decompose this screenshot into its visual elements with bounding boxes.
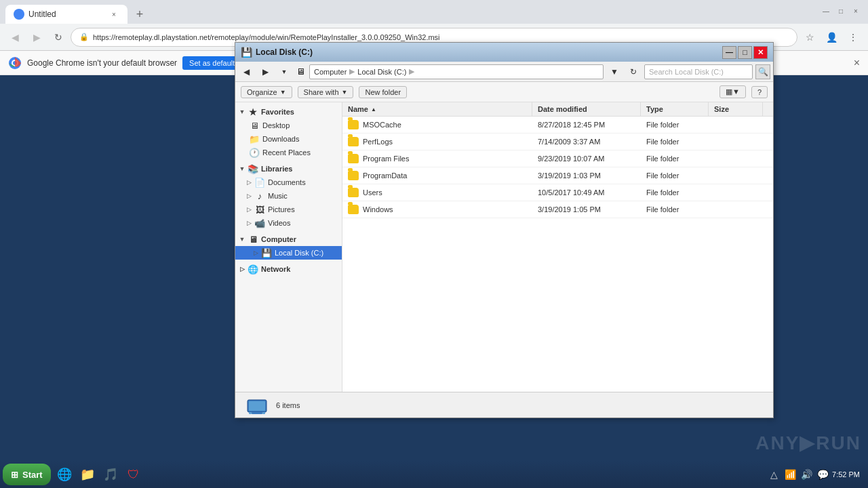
tab-close-button[interactable]: ×	[108, 9, 119, 20]
taskbar-tray: △ 📶 🔊 💬 7:52 PM	[767, 468, 865, 481]
table-row[interactable]: Program Files 9/23/2019 10:07 AM File fo…	[342, 150, 773, 167]
set-default-button[interactable]: Set as default	[182, 56, 241, 70]
start-icon: ⊞	[11, 470, 18, 480]
search-placeholder: Search Local Disk (C:)	[649, 68, 724, 76]
column-header-date[interactable]: Date modified	[532, 102, 641, 116]
table-row[interactable]: MSOCache 8/27/2018 12:45 PM File folder	[342, 117, 773, 134]
column-header-type[interactable]: Type	[641, 102, 709, 116]
new-folder-button[interactable]: New folder	[359, 86, 407, 98]
notification-close-button[interactable]: ×	[854, 57, 860, 69]
table-row[interactable]: PerfLogs 7/14/2009 3:37 AM File folder	[342, 134, 773, 150]
explorer-window-controls: — □ ✕	[722, 46, 768, 59]
col-size-label: Size	[714, 105, 729, 113]
views-button[interactable]: ▦▼	[719, 85, 746, 98]
refresh-button[interactable]: ↻	[49, 28, 68, 47]
forward-button[interactable]: ▶	[27, 28, 46, 47]
table-row[interactable]: Windows 3/19/2019 1:05 PM File folder	[342, 201, 773, 218]
file-type: File folder	[641, 202, 709, 217]
favorites-expand-icon: ▼	[238, 108, 246, 116]
folder-icon	[348, 188, 359, 197]
sidebar-item-local-disk[interactable]: ▷ 💾 Local Disk (C:)	[235, 246, 342, 260]
explorer-minimize-button[interactable]: —	[722, 46, 736, 59]
explorer-close-button[interactable]: ✕	[753, 46, 768, 59]
profile-button[interactable]: 👤	[822, 28, 841, 47]
sidebar-item-recent-places[interactable]: 🕐 Recent Places	[235, 146, 342, 159]
explorer-forward-button[interactable]: ▶	[257, 64, 273, 80]
back-button[interactable]: ◀	[5, 28, 24, 47]
tray-network-icon[interactable]: 📶	[783, 468, 797, 481]
chrome-close-button[interactable]: ×	[849, 4, 863, 18]
explorer-back-button[interactable]: ◀	[238, 64, 254, 80]
explorer-taskbar-icon[interactable]: 📁	[77, 464, 98, 485]
address-dropdown-button[interactable]: ▼	[606, 64, 623, 80]
file-name: Program Files	[363, 155, 409, 163]
favorites-label: Favorites	[261, 108, 294, 116]
start-button[interactable]: ⊞ Start	[3, 464, 51, 485]
sidebar-item-documents[interactable]: ▷ 📄 Documents	[235, 176, 342, 189]
music-label: Music	[268, 192, 288, 200]
file-date: 3/19/2019 1:03 PM	[532, 168, 641, 183]
folder-icon	[348, 120, 359, 129]
favorites-header[interactable]: ▼ ★ Favorites	[235, 105, 342, 119]
media-taskbar-icon[interactable]: 🎵	[100, 464, 121, 485]
folder-icon	[348, 205, 359, 214]
network-header[interactable]: ▷ 🌐 Network	[235, 262, 342, 276]
file-date: 8/27/2018 12:45 PM	[532, 117, 641, 132]
column-header-size[interactable]: Size	[709, 102, 763, 116]
breadcrumb-local-disk[interactable]: Local Disk (C:)	[357, 68, 406, 76]
bookmark-button[interactable]: ☆	[800, 28, 819, 47]
sidebar-item-desktop[interactable]: 🖥 Desktop	[235, 119, 342, 132]
file-list-header: Name ▲ Date modified Type Size	[342, 102, 773, 117]
main-content: Name ▲ Date modified Type Size MSOCache	[342, 102, 773, 392]
search-button[interactable]: 🔍	[755, 64, 770, 79]
local-disk-expand-icon: ▷	[252, 249, 260, 257]
file-name: PerfLogs	[363, 138, 393, 146]
ie-taskbar-icon[interactable]: 🌐	[54, 464, 75, 485]
documents-label: Documents	[268, 178, 306, 186]
share-with-arrow: ▼	[342, 89, 348, 96]
chrome-actions: ☆ 👤 ⋮	[800, 28, 863, 47]
tray-time: 7:52 PM	[832, 470, 860, 479]
tab-favicon	[14, 9, 24, 20]
refresh-explorer-button[interactable]: ↻	[625, 64, 642, 80]
file-type: File folder	[641, 117, 709, 132]
explorer-maximize-button[interactable]: □	[738, 46, 752, 59]
column-header-name[interactable]: Name ▲	[342, 102, 532, 116]
computer-header[interactable]: ▼ 🖥 Computer	[235, 232, 342, 246]
active-tab[interactable]: Untitled ×	[5, 5, 127, 24]
lock-icon: 🔒	[79, 33, 89, 41]
svg-rect-4	[249, 401, 265, 411]
sidebar-item-videos[interactable]: ▷ 📹 Videos	[235, 216, 342, 230]
breadcrumb-computer[interactable]: Computer	[314, 68, 347, 76]
tray-arrow-icon[interactable]: △	[767, 468, 781, 481]
search-bar[interactable]: Search Local Disk (C:)	[644, 64, 753, 79]
explorer-nav-bar: ◀ ▶ ▼ 🖥 Computer ▶ Local Disk (C:) ▶ ▼ ↻…	[235, 62, 773, 82]
explorer-dropdown-button[interactable]: ▼	[276, 64, 292, 80]
sidebar-item-music[interactable]: ▷ ♪ Music	[235, 189, 342, 203]
tray-chat-icon[interactable]: 💬	[816, 468, 829, 481]
new-tab-button[interactable]: +	[130, 5, 149, 24]
table-row[interactable]: ProgramData 3/19/2019 1:03 PM File folde…	[342, 167, 773, 184]
table-row[interactable]: Users 10/5/2017 10:49 AM File folder	[342, 184, 773, 201]
chrome-maximize-button[interactable]: □	[834, 4, 848, 18]
tray-volume-icon[interactable]: 🔊	[800, 468, 813, 481]
downloads-label: Downloads	[262, 135, 299, 143]
sidebar-item-pictures[interactable]: ▷ 🖼 Pictures	[235, 203, 342, 216]
antivirus-taskbar-icon[interactable]: 🛡	[123, 464, 144, 485]
music-expand-icon: ▷	[245, 192, 253, 200]
svg-rect-7	[262, 412, 265, 414]
file-name: ProgramData	[363, 171, 407, 180]
libraries-icon: 📚	[248, 163, 258, 174]
menu-button[interactable]: ⋮	[844, 28, 863, 47]
share-with-button[interactable]: Share with ▼	[298, 86, 354, 98]
breadcrumb-sep1: ▶	[349, 67, 355, 76]
chrome-minimize-button[interactable]: —	[819, 4, 833, 18]
sidebar-item-downloads[interactable]: 📁 Downloads	[235, 132, 342, 146]
help-button[interactable]: ?	[751, 86, 768, 98]
folder-icon	[348, 154, 359, 163]
folder-icon	[348, 171, 359, 180]
network-label: Network	[261, 265, 290, 273]
share-with-label: Share with	[304, 88, 339, 96]
organize-button[interactable]: Organize ▼	[241, 86, 292, 98]
libraries-header[interactable]: ▼ 📚 Libraries	[235, 162, 342, 176]
